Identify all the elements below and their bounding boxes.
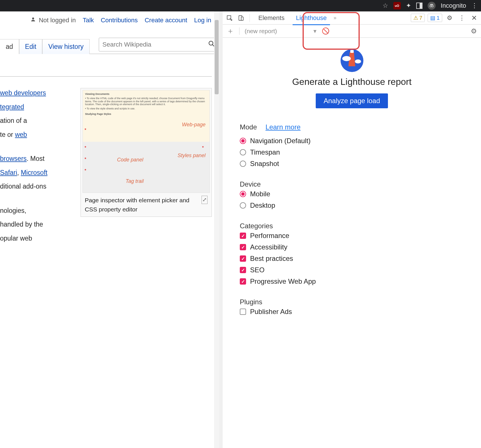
categories-section: Categories Performance Accessibility Bes… (240, 222, 464, 287)
svg-point-3 (209, 41, 213, 45)
cat-seo-label: SEO (250, 266, 265, 274)
device-section: Device Mobile Desktop (240, 180, 464, 211)
more-tabs-icon[interactable]: » (333, 15, 336, 21)
browser-menu-icon[interactable]: ⋮ (471, 2, 478, 9)
incognito-label: Incognito (441, 2, 466, 9)
radio-icon (240, 191, 246, 197)
svg-point-2 (32, 17, 34, 19)
link-microsoft[interactable]: Microsoft (21, 169, 47, 176)
cat-seo-option[interactable]: SEO (240, 264, 464, 276)
extensions-icon[interactable]: ✦ (406, 2, 411, 9)
link-web-developers[interactable]: web developers (0, 89, 46, 97)
lighthouse-settings-icon[interactable]: ⚙ (471, 27, 477, 35)
search-input[interactable] (102, 41, 208, 48)
device-desktop-option[interactable]: Desktop (240, 200, 464, 211)
cat-best-practices-label: Best practices (250, 255, 293, 263)
warning-count: 7 (419, 15, 422, 21)
cat-accessibility-label: Accessibility (250, 243, 287, 251)
info-count: 1 (436, 15, 440, 21)
warning-icon: ⚠ (413, 15, 418, 21)
wiki-tabs: ad Edit View history (0, 38, 219, 54)
thumb-expand-icon[interactable]: ⤢ (202, 196, 208, 204)
radio-icon (240, 202, 246, 209)
lighthouse-logo-icon (341, 49, 363, 72)
svg-point-0 (430, 5, 432, 7)
link-web[interactable]: web (15, 131, 27, 138)
talk-link[interactable]: Talk (83, 17, 94, 24)
tab-read[interactable]: ad (0, 39, 19, 54)
cat-performance-option[interactable]: Performance (240, 230, 464, 241)
device-toolbar-icon[interactable] (236, 13, 245, 23)
checkbox-icon (240, 309, 246, 315)
mode-snapshot-label: Snapshot (250, 160, 279, 168)
text-frag-teor: te or (0, 131, 15, 138)
checkbox-icon (240, 244, 246, 250)
categories-heading: Categories (240, 222, 464, 230)
thumb-heading-1: Viewing Documents (85, 93, 109, 95)
devtools-settings-icon[interactable]: ⚙ (445, 14, 454, 22)
devtools-tabbar: Elements Lighthouse » ⚠ 7 ▤ 1 ⚙ ⋮ ✕ (223, 11, 481, 25)
wiki-user-links: Not logged in Talk Contributions Create … (0, 11, 219, 24)
tab-lighthouse[interactable]: Lighthouse (291, 11, 331, 25)
learn-more-link[interactable]: Learn more (265, 123, 301, 131)
mode-timespan-label: Timespan (250, 148, 280, 156)
link-browsers[interactable]: browsers (0, 155, 27, 162)
mode-timespan-option[interactable]: Timespan (240, 147, 464, 158)
devtools-pane: Elements Lighthouse » ⚠ 7 ▤ 1 ⚙ ⋮ ✕ ＋ (n… (223, 11, 481, 448)
thumb-label-webpage: Web-page (182, 122, 206, 128)
issues-info-badge[interactable]: ▤ 1 (428, 14, 442, 22)
cat-best-practices-option[interactable]: Best practices (240, 253, 464, 264)
mode-snapshot-option[interactable]: Snapshot (240, 158, 464, 169)
devtools-menu-icon[interactable]: ⋮ (457, 14, 467, 22)
tab-elements[interactable]: Elements (254, 11, 289, 25)
divider (249, 14, 250, 22)
cat-accessibility-option[interactable]: Accessibility (240, 241, 464, 253)
tab-view-history[interactable]: View history (42, 39, 90, 54)
plugin-publisher-ads-label: Publisher Ads (250, 308, 292, 316)
text-frag-popular: opular web (0, 235, 32, 242)
radio-icon (240, 138, 246, 144)
tab-edit[interactable]: Edit (19, 39, 43, 54)
analyze-button[interactable]: Analyze page load (316, 93, 388, 108)
wiki-search-box[interactable] (99, 38, 219, 51)
plugin-publisher-ads-option[interactable]: Publisher Ads (240, 306, 464, 317)
svg-point-1 (432, 5, 433, 7)
thumb-caption-text: Page inspector with element picker and C… (85, 197, 190, 213)
device-mobile-option[interactable]: Mobile (240, 188, 464, 200)
create-account-link[interactable]: Create account (145, 17, 187, 24)
checkbox-icon (240, 255, 246, 262)
plugins-section: Plugins Publisher Ads (240, 298, 464, 317)
svg-line-4 (212, 45, 214, 46)
new-report-label: (new report) (245, 28, 277, 35)
thumbnail-image[interactable]: Viewing Documents • To view the HTML cod… (82, 90, 210, 193)
cat-pwa-option[interactable]: Progressive Web App (240, 276, 464, 287)
link-integrated[interactable]: tegrated (0, 103, 24, 111)
issues-warning-badge[interactable]: ⚠ 7 (411, 14, 425, 22)
bookmark-star-icon[interactable]: ☆ (383, 2, 388, 9)
ublock-icon[interactable]: uO (393, 2, 401, 9)
side-panel-icon[interactable] (416, 3, 422, 9)
thumb-heading-2: Studying Page Styles (85, 113, 207, 116)
report-dropdown-icon[interactable]: ▾ (313, 28, 317, 35)
thumb-label-codepanel: Code panel (117, 156, 143, 164)
devtools-close-icon[interactable]: ✕ (470, 14, 479, 22)
article-thumbnail: Viewing Documents • To view the HTML cod… (80, 88, 212, 217)
new-report-plus-icon[interactable]: ＋ (227, 26, 234, 36)
lighthouse-body: Generate a Lighthouse report Analyze pag… (223, 38, 481, 340)
thumb-label-stylespanel: Styles panel (178, 152, 206, 159)
text-frag-most: . Most (27, 155, 45, 162)
article-body: Viewing Documents • To view the HTML cod… (0, 77, 219, 243)
page-content-pane: Not logged in Talk Contributions Create … (0, 11, 223, 448)
clear-report-icon[interactable]: 🚫 (322, 27, 329, 35)
device-desktop-label: Desktop (250, 201, 275, 209)
toolbar-divider (239, 27, 240, 35)
contributions-link[interactable]: Contributions (101, 17, 138, 24)
mode-navigation-option[interactable]: Navigation (Default) (240, 135, 464, 147)
text-frag-addons: ditional add-ons (0, 183, 46, 190)
incognito-icon (428, 2, 436, 10)
mode-heading: Mode (240, 123, 257, 131)
log-in-link[interactable]: Log in (194, 17, 211, 24)
link-safari[interactable]: Safari (0, 169, 17, 176)
inspect-element-icon[interactable] (225, 13, 234, 23)
radio-icon (240, 149, 246, 155)
